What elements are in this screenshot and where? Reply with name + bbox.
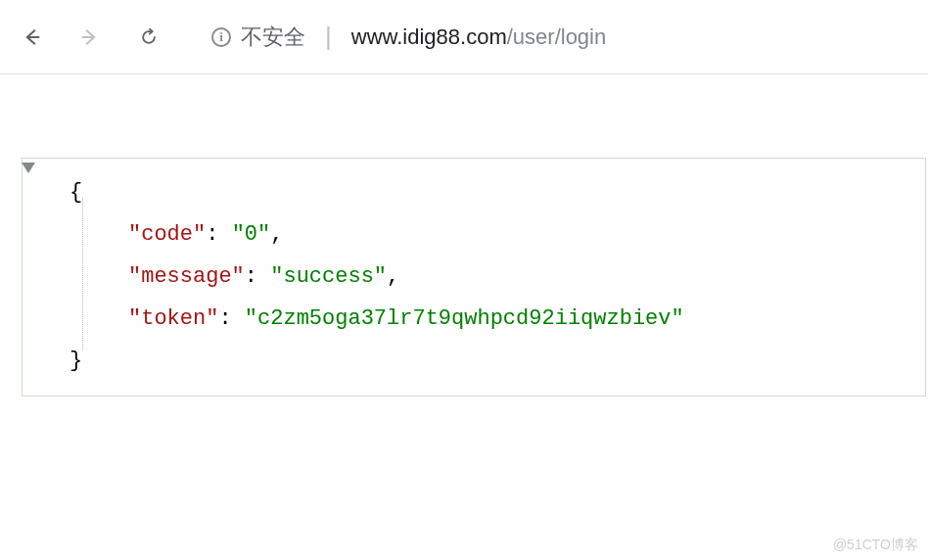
nav-buttons [20,25,161,49]
json-close-brace: } [32,341,905,383]
json-row-code: "code": "0", [32,214,905,257]
security-label: 不安全 [241,23,305,52]
watermark: @51CTO博客 [833,537,918,554]
json-open-brace: { [32,172,905,214]
address-divider: | [325,22,332,52]
arrow-right-icon [80,27,100,47]
info-icon: i [211,27,231,47]
security-indicator[interactable]: i 不安全 [211,23,305,52]
json-row-message: "message": "success", [32,257,905,299]
url-host: www.idig88.com [351,24,507,49]
json-viewer: { "code": "0", "message": "success", "to… [22,158,926,397]
browser-toolbar: i 不安全 | www.idig88.com/user/login [0,0,928,74]
address-bar[interactable]: i 不安全 | www.idig88.com/user/login [184,16,908,59]
url-display: www.idig88.com/user/login [351,24,606,50]
reload-button[interactable] [137,25,161,49]
back-button[interactable] [20,25,43,49]
url-path: /user/login [507,24,607,49]
reload-icon [139,27,159,47]
content-area: { "code": "0", "message": "success", "to… [0,74,928,397]
json-row-token: "token": "c2zm5oga37lr7t9qwhpcd92iiqwzbi… [32,299,905,341]
arrow-left-icon [22,27,41,47]
forward-button[interactable] [78,25,102,49]
